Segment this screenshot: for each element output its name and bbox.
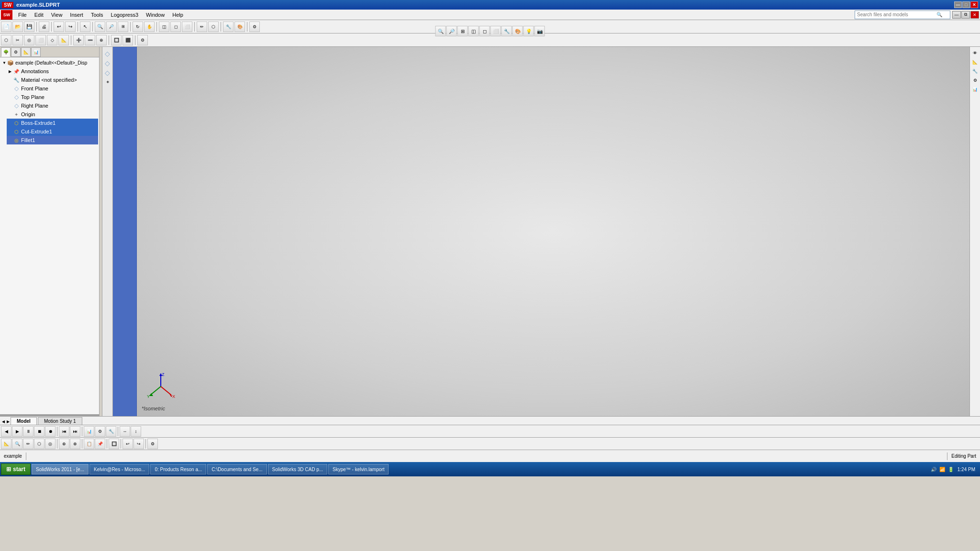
menu-edit[interactable]: Edit bbox=[31, 11, 47, 19]
panel-resize-grip[interactable] bbox=[0, 414, 99, 416]
tb2-btn9[interactable]: ⊕ bbox=[96, 35, 107, 45]
cad-drawing[interactable] bbox=[137, 47, 280, 119]
bt1-btn9[interactable]: ⚙ bbox=[95, 426, 105, 437]
menu-view[interactable]: View bbox=[47, 11, 67, 19]
tb2-btn8[interactable]: ➖ bbox=[85, 35, 95, 45]
tb2-btn10[interactable]: 🔲 bbox=[111, 35, 122, 45]
tb2-btn2[interactable]: ✂ bbox=[12, 35, 23, 45]
tree-item-material[interactable]: ▶ 🔧 Material <not specified> bbox=[7, 76, 98, 84]
viewport[interactable]: Z X Y *Isometric bbox=[137, 47, 969, 416]
tree-item-frontplane[interactable]: ▶ ◇ Front Plane bbox=[7, 84, 98, 93]
section-view-button[interactable]: ⬜ bbox=[182, 22, 192, 32]
rp-settings-btn[interactable]: ⚙ bbox=[971, 76, 980, 85]
bt2-btn1[interactable]: 📐 bbox=[1, 439, 11, 449]
bt1-btn3[interactable]: ⏸ bbox=[23, 426, 33, 437]
vt-zoom-out[interactable]: 🔎 bbox=[446, 26, 457, 36]
tb2-btn12[interactable]: ⚙ bbox=[137, 35, 148, 45]
zoom-button[interactable]: 🔍 bbox=[95, 22, 105, 32]
bt2-btn8[interactable]: 📋 bbox=[84, 439, 94, 449]
zoom-area-button[interactable]: 🔎 bbox=[106, 22, 117, 32]
bt1-btn4[interactable]: ⏹ bbox=[34, 426, 45, 437]
menu-file[interactable]: File bbox=[14, 11, 31, 19]
zoom-fit-button[interactable]: ⊞ bbox=[118, 22, 128, 32]
pan-button[interactable]: ✋ bbox=[144, 22, 155, 32]
bt1-btn2[interactable]: ▶ bbox=[12, 426, 22, 437]
bt2-btn11[interactable]: ↩ bbox=[122, 439, 133, 449]
vt-materials[interactable]: 🔧 bbox=[501, 26, 512, 36]
bt1-btn12[interactable]: ↕ bbox=[131, 426, 141, 437]
appear-button[interactable]: 🎨 bbox=[234, 22, 245, 32]
bt1-btn10[interactable]: 🔧 bbox=[106, 426, 116, 437]
bt1-btn6[interactable]: ⏮ bbox=[59, 426, 69, 437]
menu-tools[interactable]: Tools bbox=[87, 11, 107, 19]
tb2-btn1[interactable]: ⬡ bbox=[1, 35, 11, 45]
annotations-expand[interactable]: ▶ bbox=[8, 69, 12, 74]
vt-camera[interactable]: 📷 bbox=[535, 26, 545, 36]
maximize-button[interactable]: □ bbox=[962, 1, 970, 8]
menu-minimize-button[interactable]: — bbox=[952, 11, 961, 19]
vt-appear[interactable]: 🎨 bbox=[512, 26, 523, 36]
taskbar-solidworks-btn[interactable]: SolidWorks 2011 - [e... bbox=[32, 464, 89, 474]
bt2-btn2[interactable]: 🔍 bbox=[12, 439, 22, 449]
rotate-button[interactable]: ↻ bbox=[133, 22, 143, 32]
print-button[interactable]: 🖨 bbox=[39, 22, 49, 32]
taskbar-products-btn[interactable]: 0: Products Reson a... bbox=[150, 464, 206, 474]
bt2-btn5[interactable]: ◎ bbox=[45, 439, 56, 449]
tb2-btn6[interactable]: 📐 bbox=[58, 35, 69, 45]
close-button[interactable]: ✕ bbox=[970, 1, 978, 8]
vt-section[interactable]: ⬜ bbox=[490, 26, 501, 36]
tb2-btn4[interactable]: ⬜ bbox=[35, 35, 46, 45]
vt-lights[interactable]: 💡 bbox=[523, 26, 534, 36]
rp-view-btn[interactable]: 👁 bbox=[971, 49, 980, 57]
tab-nav-next[interactable]: ▶ bbox=[6, 418, 11, 425]
taskbar-kelvin-btn[interactable]: Kelvin@Res - Microsо... bbox=[89, 464, 149, 474]
sketch-button[interactable]: ✏ bbox=[197, 22, 207, 32]
bt2-btn12[interactable]: ↪ bbox=[134, 439, 144, 449]
view-orient-button[interactable]: ◫ bbox=[159, 22, 169, 32]
vt-display[interactable]: ◻ bbox=[479, 26, 490, 36]
tree-item-annotations[interactable]: ▶ 📌 Annotations bbox=[7, 67, 98, 76]
bt2-btn10[interactable]: 🔲 bbox=[109, 439, 119, 449]
menu-window[interactable]: Window bbox=[142, 11, 168, 19]
settings-button[interactable]: ⚙ bbox=[249, 22, 260, 32]
menu-logopress3[interactable]: Logopress3 bbox=[107, 11, 143, 19]
bt2-btn6[interactable]: ⊕ bbox=[59, 439, 69, 449]
bt1-btn11[interactable]: ↔ bbox=[120, 426, 130, 437]
bt1-btn8[interactable]: 📊 bbox=[84, 426, 94, 437]
feature-tree-tab[interactable]: 🌳 bbox=[1, 47, 11, 57]
new-button[interactable]: 📄 bbox=[1, 22, 11, 32]
bt1-btn7[interactable]: ⏭ bbox=[70, 426, 80, 437]
tree-item-origin[interactable]: ▶ ✦ Origin bbox=[7, 110, 98, 119]
tree-item-topplane[interactable]: ▶ ◇ Top Plane bbox=[7, 93, 98, 101]
rp-measure-btn[interactable]: 📐 bbox=[971, 58, 980, 66]
search-input[interactable] bbox=[855, 12, 936, 17]
taskbar-sw3d-btn[interactable]: SolidWorks 3D CAD p... bbox=[268, 464, 328, 474]
bt2-btn13[interactable]: ⚙ bbox=[147, 439, 158, 449]
bt1-btn5[interactable]: ⏺ bbox=[45, 426, 56, 437]
tree-item-rightplane[interactable]: ▶ ◇ Right Plane bbox=[7, 101, 98, 110]
menu-close-button[interactable]: ✕ bbox=[970, 11, 979, 19]
vt-zoom-in[interactable]: 🔍 bbox=[435, 26, 446, 36]
tree-item-bossextrude1[interactable]: ▶ ⬡ Boss-Extrude1 bbox=[7, 119, 98, 127]
bt2-btn9[interactable]: 📌 bbox=[95, 439, 105, 449]
vt-zoom-fit[interactable]: ⊞ bbox=[457, 26, 468, 36]
rp-tools-btn[interactable]: 🔧 bbox=[971, 67, 980, 76]
menu-insert[interactable]: Insert bbox=[66, 11, 87, 19]
redo-button[interactable]: ↪ bbox=[65, 22, 76, 32]
open-button[interactable]: 📂 bbox=[12, 22, 23, 32]
bt2-btn3[interactable]: ✏ bbox=[23, 439, 33, 449]
taskbar-skype-btn[interactable]: Skype™ - kelvin.lamport bbox=[328, 464, 389, 474]
rp-chart-btn[interactable]: 📊 bbox=[971, 85, 980, 94]
start-button[interactable]: ⊞ start bbox=[1, 463, 31, 475]
bt1-btn1[interactable]: ◀ bbox=[1, 426, 11, 437]
bt2-btn7[interactable]: ⊗ bbox=[70, 439, 80, 449]
tree-item-fillet1[interactable]: ▶ ◎ Fillet1 bbox=[7, 136, 98, 144]
minimize-button[interactable]: — bbox=[954, 1, 962, 8]
config-tab[interactable]: 📐 bbox=[21, 47, 31, 57]
materials-button[interactable]: 🔧 bbox=[223, 22, 234, 32]
undo-button[interactable]: ↩ bbox=[54, 22, 64, 32]
tb2-btn5[interactable]: ◇ bbox=[47, 35, 57, 45]
tab-motion-study[interactable]: Motion Study 1 bbox=[38, 417, 82, 425]
display-style-button[interactable]: ◻ bbox=[170, 22, 181, 32]
vt-orient[interactable]: ◫ bbox=[468, 26, 479, 36]
